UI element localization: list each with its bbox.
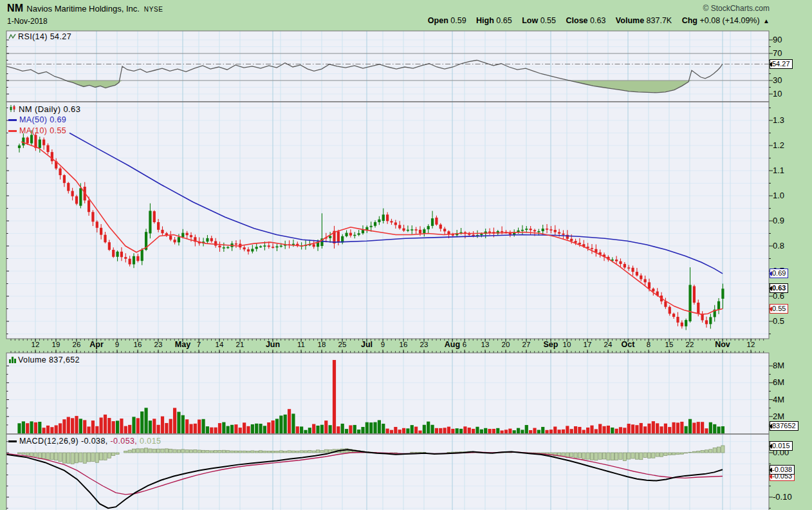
volume-legend-text: Volume 837,652	[18, 355, 80, 364]
macd-swatch-icon	[8, 440, 17, 442]
macd-hist-value: 0.015	[140, 437, 161, 446]
ma10-legend: MA(10) 0.55	[8, 126, 66, 135]
open-label: Open	[428, 16, 448, 25]
rsi-current-value-box: 54.27	[770, 59, 793, 69]
volume-value: 837.7K	[647, 16, 672, 25]
high-value: 0.65	[496, 16, 512, 25]
price-legend-text: NM (Daily) 0.63	[19, 104, 80, 114]
macd-signal-value: -0.053,	[111, 437, 138, 446]
volume-label: Volume	[616, 16, 644, 25]
exchange-name: NYSE	[144, 6, 163, 13]
company-name: Navios Maritime Holdings, Inc.	[26, 4, 140, 14]
ma10-legend-text: MA(10) 0.55	[19, 126, 66, 135]
chart-canvas	[0, 0, 812, 510]
quote-summary: Open 0.59 High 0.65 Low 0.55 Close 0.63 …	[420, 16, 770, 25]
open-value: 0.59	[450, 16, 466, 25]
ma10-swatch-icon	[8, 130, 17, 132]
close-value: 0.63	[590, 16, 605, 25]
macd-value-box: -0.038	[770, 465, 795, 475]
rsi-legend-text: RSI(14) 54.27	[18, 32, 71, 41]
macd-legend-text: MACD(12,26,9) -0.038,	[19, 437, 108, 446]
volume-bars-icon	[8, 356, 16, 365]
chg-label: Chg	[682, 16, 697, 25]
high-label: High	[476, 16, 494, 25]
stockcharts-credit-link[interactable]: © StockCharts.com	[703, 4, 770, 13]
macd-hist-value-box: 0.015	[770, 441, 793, 451]
low-label: Low	[522, 16, 538, 25]
ma50-legend-text: MA(50) 0.69	[19, 115, 66, 124]
last-price-box: 0.63	[770, 283, 788, 293]
chart-header: NMNavios Maritime Holdings, Inc.NYSE	[7, 3, 163, 14]
rsi-legend: RSI(14) 54.27	[8, 32, 71, 42]
ma10-value-box: 0.55	[770, 304, 788, 314]
low-value: 0.55	[540, 16, 556, 25]
candlestick-icon	[8, 104, 17, 115]
chart-date: 1-Nov-2018	[7, 17, 48, 26]
rsi-indicator-icon	[8, 33, 16, 42]
volume-value-box: 837652	[770, 421, 798, 431]
volume-legend: Volume 837,652	[8, 355, 80, 365]
stockcharts-chart-page: NMNavios Maritime Holdings, Inc.NYSE © S…	[0, 0, 812, 510]
ticker-symbol: NM	[7, 3, 23, 14]
close-label: Close	[566, 16, 588, 25]
ma50-swatch-icon	[8, 119, 17, 121]
macd-legend: MACD(12,26,9) -0.038, -0.053, 0.015	[8, 437, 161, 446]
ma50-value-box: 0.69	[770, 269, 788, 278]
price-legend: NM (Daily) 0.63	[8, 104, 80, 115]
ma50-legend: MA(50) 0.69	[8, 115, 66, 124]
chg-up-arrow-icon: ▲	[763, 17, 770, 24]
chg-value: +0.08 (+14.09%)	[699, 16, 759, 25]
